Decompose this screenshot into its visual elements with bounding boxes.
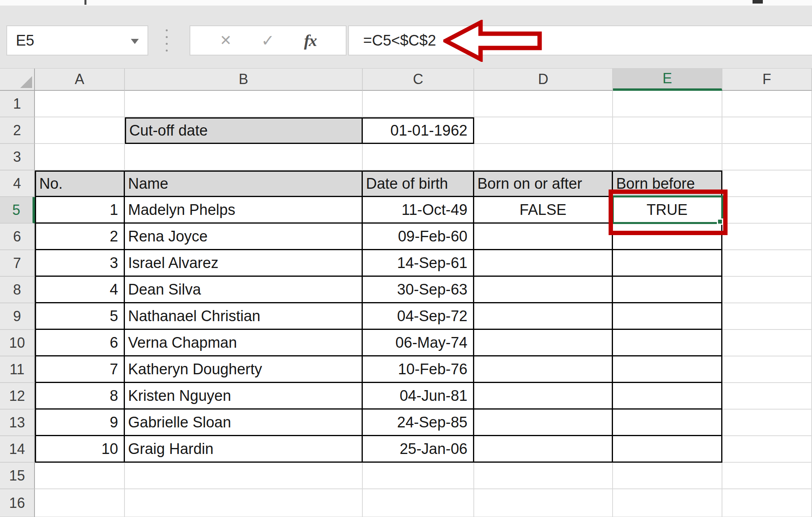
cell-C9[interactable]: 04-Sep-72 [363, 303, 474, 330]
row-header-5[interactable]: 5 [0, 197, 35, 224]
cell-B14[interactable]: Graig Hardin [125, 436, 363, 463]
cell-C2[interactable]: 01-01-1962 [363, 117, 474, 144]
cell-E5[interactable]: TRUE [613, 197, 722, 224]
cell-A9[interactable]: 5 [35, 303, 125, 330]
cell-F1[interactable] [722, 91, 812, 117]
cell-A12[interactable]: 8 [35, 383, 125, 410]
cell-D3[interactable] [474, 144, 613, 170]
cell-A5[interactable]: 1 [35, 197, 125, 224]
cell-C3[interactable] [363, 144, 474, 170]
cell-B15[interactable] [125, 463, 363, 489]
cell-C4[interactable]: Date of birth [363, 170, 474, 197]
cell-C11[interactable]: 10-Feb-76 [363, 356, 474, 383]
row-header-11[interactable]: 11 [0, 356, 35, 383]
cell-E7[interactable] [613, 250, 722, 277]
cell-B10[interactable]: Verna Chapman [125, 330, 363, 356]
cell-E13[interactable] [613, 410, 722, 436]
cell-C5[interactable]: 11-Oct-49 [363, 197, 474, 224]
fill-handle[interactable] [717, 218, 723, 225]
cell-D8[interactable] [474, 277, 613, 303]
cell-D14[interactable] [474, 436, 613, 463]
row-header-16[interactable]: 16 [0, 489, 35, 517]
cell-B16[interactable] [125, 489, 363, 517]
row-header-12[interactable]: 12 [0, 383, 35, 410]
cell-D4[interactable]: Born on or after [474, 170, 613, 197]
col-header-F[interactable]: F [722, 69, 812, 91]
col-header-B[interactable]: B [125, 69, 363, 91]
row-header-2[interactable]: 2 [0, 117, 35, 144]
col-header-D[interactable]: D [474, 69, 613, 91]
cell-F8[interactable] [722, 277, 812, 303]
cell-F15[interactable] [722, 463, 812, 489]
cell-A11[interactable]: 7 [35, 356, 125, 383]
row-header-9[interactable]: 9 [0, 303, 35, 330]
cell-C16[interactable] [363, 489, 474, 517]
cell-B8[interactable]: Dean Silva [125, 277, 363, 303]
cell-B1[interactable] [125, 91, 363, 117]
cell-F11[interactable] [722, 356, 812, 383]
cell-A7[interactable]: 3 [35, 250, 125, 277]
row-header-4[interactable]: 4 [0, 170, 35, 197]
cell-A1[interactable] [35, 91, 125, 117]
cell-B9[interactable]: Nathanael Christian [125, 303, 363, 330]
cell-C15[interactable] [363, 463, 474, 489]
cell-F16[interactable] [722, 489, 812, 517]
cell-E3[interactable] [613, 144, 722, 170]
cell-B11[interactable]: Katheryn Dougherty [125, 356, 363, 383]
row-header-15[interactable]: 15 [0, 463, 35, 489]
cell-E8[interactable] [613, 277, 722, 303]
cell-E15[interactable] [613, 463, 722, 489]
col-header-C[interactable]: C [363, 69, 474, 91]
row-header-6[interactable]: 6 [0, 224, 35, 250]
col-header-A[interactable]: A [35, 69, 125, 91]
cell-E11[interactable] [613, 356, 722, 383]
cell-C6[interactable]: 09-Feb-60 [363, 224, 474, 250]
row-header-1[interactable]: 1 [0, 91, 35, 117]
select-all-corner[interactable] [0, 69, 35, 91]
cell-E10[interactable] [613, 330, 722, 356]
cell-C13[interactable]: 24-Sep-85 [363, 410, 474, 436]
cell-B13[interactable]: Gabrielle Sloan [125, 410, 363, 436]
insert-function-icon[interactable]: fx [304, 31, 316, 50]
cell-D11[interactable] [474, 356, 613, 383]
cell-F13[interactable] [722, 410, 812, 436]
cell-F9[interactable] [722, 303, 812, 330]
cell-E14[interactable] [613, 436, 722, 463]
cell-B7[interactable]: Israel Alvarez [125, 250, 363, 277]
cell-F7[interactable] [722, 250, 812, 277]
cell-A2[interactable] [35, 117, 125, 144]
row-header-13[interactable]: 13 [0, 410, 35, 436]
row-header-8[interactable]: 8 [0, 277, 35, 303]
cell-A13[interactable]: 9 [35, 410, 125, 436]
cell-A10[interactable]: 6 [35, 330, 125, 356]
cell-D6[interactable] [474, 224, 613, 250]
formula-bar-resize-handle[interactable] [165, 29, 168, 52]
cell-B5[interactable]: Madelyn Phelps [125, 197, 363, 224]
cell-A3[interactable] [35, 144, 125, 170]
cell-F14[interactable] [722, 436, 812, 463]
cell-A6[interactable]: 2 [35, 224, 125, 250]
cell-D9[interactable] [474, 303, 613, 330]
name-box[interactable]: E5 [6, 25, 148, 56]
cell-C10[interactable]: 06-May-74 [363, 330, 474, 356]
col-header-E[interactable]: E [613, 69, 722, 91]
cell-D12[interactable] [474, 383, 613, 410]
cell-C14[interactable]: 25-Jan-06 [363, 436, 474, 463]
cell-B2[interactable]: Cut-off date [125, 117, 363, 144]
cell-E2[interactable] [613, 117, 722, 144]
cell-D2[interactable] [474, 117, 613, 144]
cell-C12[interactable]: 04-Jun-81 [363, 383, 474, 410]
cell-A4[interactable]: No. [35, 170, 125, 197]
cell-F2[interactable] [722, 117, 812, 144]
cell-A8[interactable]: 4 [35, 277, 125, 303]
row-header-7[interactable]: 7 [0, 250, 35, 277]
cell-D1[interactable] [474, 91, 613, 117]
cell-B12[interactable]: Kristen Nguyen [125, 383, 363, 410]
row-header-3[interactable]: 3 [0, 144, 35, 170]
cell-C7[interactable]: 14-Sep-61 [363, 250, 474, 277]
cell-E12[interactable] [613, 383, 722, 410]
row-header-14[interactable]: 14 [0, 436, 35, 463]
row-header-10[interactable]: 10 [0, 330, 35, 356]
cell-A14[interactable]: 10 [35, 436, 125, 463]
cancel-icon[interactable]: ✕ [220, 32, 232, 49]
